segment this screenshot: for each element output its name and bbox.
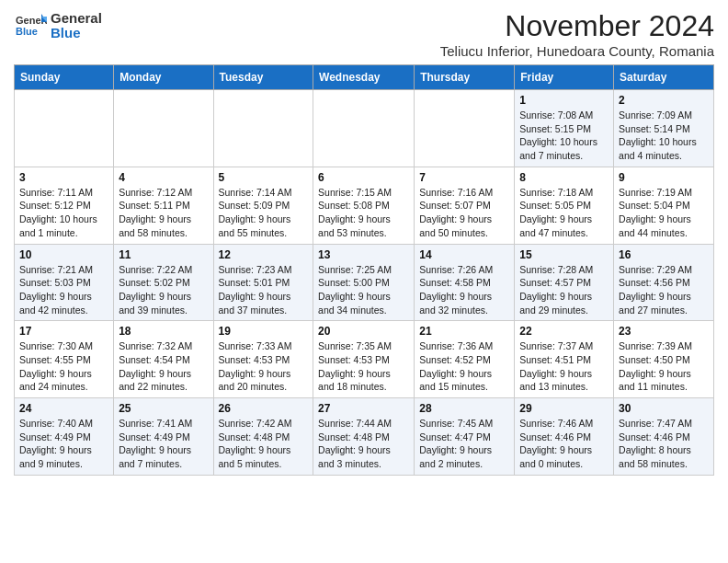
day-info: Sunrise: 7:30 AM Sunset: 4:55 PM Dayligh… [19, 339, 108, 394]
day-number: 5 [219, 171, 309, 184]
day-number: 25 [119, 402, 208, 415]
title-area: November 2024 Teliucu Inferior, Hunedoar… [440, 9, 714, 59]
calendar-cell: 23Sunrise: 7:39 AM Sunset: 4:50 PM Dayli… [614, 321, 714, 398]
calendar-cell: 4Sunrise: 7:12 AM Sunset: 5:11 PM Daylig… [114, 167, 213, 244]
day-number: 3 [19, 171, 108, 184]
location-title: Teliucu Inferior, Hunedoara County, Roma… [440, 43, 714, 59]
day-info: Sunrise: 7:16 AM Sunset: 5:07 PM Dayligh… [419, 186, 509, 240]
calendar-cell: 6Sunrise: 7:15 AM Sunset: 5:08 PM Daylig… [313, 167, 415, 244]
day-info: Sunrise: 7:14 AM Sunset: 5:09 PM Dayligh… [219, 186, 309, 240]
day-info: Sunrise: 7:09 AM Sunset: 5:14 PM Dayligh… [619, 109, 709, 163]
week-row-2: 3Sunrise: 7:11 AM Sunset: 5:12 PM Daylig… [15, 167, 714, 244]
calendar-cell: 19Sunrise: 7:33 AM Sunset: 4:53 PM Dayli… [213, 321, 313, 398]
weekday-header-row: SundayMondayTuesdayWednesdayThursdayFrid… [15, 65, 714, 90]
weekday-header-friday: Friday [515, 65, 614, 90]
day-number: 8 [519, 171, 609, 184]
day-number: 11 [119, 248, 208, 261]
day-info: Sunrise: 7:23 AM Sunset: 5:01 PM Dayligh… [219, 263, 309, 317]
day-info: Sunrise: 7:33 AM Sunset: 4:53 PM Dayligh… [219, 339, 309, 394]
day-info: Sunrise: 7:18 AM Sunset: 5:05 PM Dayligh… [519, 186, 609, 240]
day-number: 30 [619, 402, 709, 415]
calendar-cell: 11Sunrise: 7:22 AM Sunset: 5:02 PM Dayli… [114, 244, 213, 321]
day-info: Sunrise: 7:41 AM Sunset: 4:49 PM Dayligh… [119, 417, 208, 471]
calendar-cell: 18Sunrise: 7:32 AM Sunset: 4:54 PM Dayli… [114, 321, 213, 398]
calendar-cell [114, 90, 213, 167]
weekday-header-monday: Monday [114, 65, 213, 90]
day-number: 16 [619, 248, 709, 261]
calendar-cell: 13Sunrise: 7:25 AM Sunset: 5:00 PM Dayli… [313, 244, 415, 321]
day-info: Sunrise: 7:36 AM Sunset: 4:52 PM Dayligh… [419, 339, 509, 394]
day-info: Sunrise: 7:44 AM Sunset: 4:48 PM Dayligh… [318, 417, 409, 471]
logo: General Blue General Blue [14, 9, 102, 42]
calendar-cell [415, 90, 515, 167]
calendar-cell: 9Sunrise: 7:19 AM Sunset: 5:04 PM Daylig… [614, 167, 714, 244]
calendar-cell: 20Sunrise: 7:35 AM Sunset: 4:53 PM Dayli… [313, 321, 415, 398]
calendar-cell: 15Sunrise: 7:28 AM Sunset: 4:57 PM Dayli… [515, 244, 614, 321]
weekday-header-sunday: Sunday [15, 65, 114, 90]
week-row-5: 24Sunrise: 7:40 AM Sunset: 4:49 PM Dayli… [15, 398, 714, 476]
calendar-cell: 1Sunrise: 7:08 AM Sunset: 5:15 PM Daylig… [515, 90, 614, 167]
day-number: 22 [519, 325, 609, 338]
day-number: 13 [318, 248, 409, 261]
calendar-cell: 24Sunrise: 7:40 AM Sunset: 4:49 PM Dayli… [15, 398, 114, 476]
day-number: 15 [519, 248, 609, 261]
weekday-header-wednesday: Wednesday [313, 65, 415, 90]
calendar-cell: 27Sunrise: 7:44 AM Sunset: 4:48 PM Dayli… [313, 398, 415, 476]
day-info: Sunrise: 7:46 AM Sunset: 4:46 PM Dayligh… [519, 417, 609, 471]
day-number: 14 [419, 248, 509, 261]
calendar-table: SundayMondayTuesdayWednesdayThursdayFrid… [14, 64, 714, 476]
day-number: 9 [619, 171, 709, 184]
day-info: Sunrise: 7:11 AM Sunset: 5:12 PM Dayligh… [19, 186, 108, 240]
day-info: Sunrise: 7:19 AM Sunset: 5:04 PM Dayligh… [619, 186, 709, 240]
weekday-header-thursday: Thursday [415, 65, 515, 90]
day-number: 1 [519, 94, 609, 107]
calendar-cell: 28Sunrise: 7:45 AM Sunset: 4:47 PM Dayli… [415, 398, 515, 476]
svg-text:Blue: Blue [16, 26, 38, 37]
day-info: Sunrise: 7:45 AM Sunset: 4:47 PM Dayligh… [419, 417, 509, 471]
day-number: 2 [619, 94, 709, 107]
weekday-header-saturday: Saturday [614, 65, 714, 90]
day-number: 6 [318, 171, 409, 184]
calendar-cell: 22Sunrise: 7:37 AM Sunset: 4:51 PM Dayli… [515, 321, 614, 398]
day-number: 12 [219, 248, 309, 261]
calendar-cell [15, 90, 114, 167]
day-info: Sunrise: 7:32 AM Sunset: 4:54 PM Dayligh… [119, 339, 208, 394]
calendar-cell [313, 90, 415, 167]
day-number: 21 [419, 325, 509, 338]
calendar-cell: 16Sunrise: 7:29 AM Sunset: 4:56 PM Dayli… [614, 244, 714, 321]
logo-icon: General Blue [14, 9, 47, 42]
calendar-cell: 2Sunrise: 7:09 AM Sunset: 5:14 PM Daylig… [614, 90, 714, 167]
weekday-header-tuesday: Tuesday [213, 65, 313, 90]
day-number: 28 [419, 402, 509, 415]
day-info: Sunrise: 7:26 AM Sunset: 4:58 PM Dayligh… [419, 263, 509, 317]
calendar-cell: 8Sunrise: 7:18 AM Sunset: 5:05 PM Daylig… [515, 167, 614, 244]
month-title: November 2024 [440, 9, 714, 43]
day-number: 26 [219, 402, 309, 415]
day-info: Sunrise: 7:28 AM Sunset: 4:57 PM Dayligh… [519, 263, 609, 317]
day-number: 23 [619, 325, 709, 338]
week-row-4: 17Sunrise: 7:30 AM Sunset: 4:55 PM Dayli… [15, 321, 714, 398]
calendar-cell: 12Sunrise: 7:23 AM Sunset: 5:01 PM Dayli… [213, 244, 313, 321]
calendar-cell: 14Sunrise: 7:26 AM Sunset: 4:58 PM Dayli… [415, 244, 515, 321]
week-row-1: 1Sunrise: 7:08 AM Sunset: 5:15 PM Daylig… [15, 90, 714, 167]
day-number: 4 [119, 171, 208, 184]
day-number: 17 [19, 325, 108, 338]
calendar-cell: 7Sunrise: 7:16 AM Sunset: 5:07 PM Daylig… [415, 167, 515, 244]
day-info: Sunrise: 7:15 AM Sunset: 5:08 PM Dayligh… [318, 186, 409, 240]
day-info: Sunrise: 7:29 AM Sunset: 4:56 PM Dayligh… [619, 263, 709, 317]
logo-general-text: General [51, 11, 102, 27]
day-info: Sunrise: 7:08 AM Sunset: 5:15 PM Dayligh… [519, 109, 609, 163]
calendar-cell: 30Sunrise: 7:47 AM Sunset: 4:46 PM Dayli… [614, 398, 714, 476]
day-info: Sunrise: 7:35 AM Sunset: 4:53 PM Dayligh… [318, 339, 409, 394]
calendar-cell: 25Sunrise: 7:41 AM Sunset: 4:49 PM Dayli… [114, 398, 213, 476]
calendar-cell: 29Sunrise: 7:46 AM Sunset: 4:46 PM Dayli… [515, 398, 614, 476]
day-number: 19 [219, 325, 309, 338]
day-info: Sunrise: 7:12 AM Sunset: 5:11 PM Dayligh… [119, 186, 208, 240]
day-info: Sunrise: 7:39 AM Sunset: 4:50 PM Dayligh… [619, 339, 709, 394]
day-number: 18 [119, 325, 208, 338]
day-number: 27 [318, 402, 409, 415]
day-number: 7 [419, 171, 509, 184]
day-info: Sunrise: 7:21 AM Sunset: 5:03 PM Dayligh… [19, 263, 108, 317]
week-row-3: 10Sunrise: 7:21 AM Sunset: 5:03 PM Dayli… [15, 244, 714, 321]
calendar-cell: 26Sunrise: 7:42 AM Sunset: 4:48 PM Dayli… [213, 398, 313, 476]
